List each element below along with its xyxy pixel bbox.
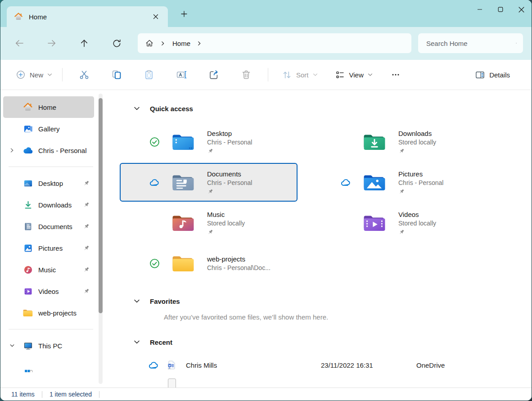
sidebar-item-web-projects[interactable]: web-projects [3, 302, 94, 324]
sort-icon [282, 70, 292, 80]
sidebar-item-onedrive-chris-personal[interactable]: Chris - Personal [3, 140, 94, 161]
close-icon [153, 14, 158, 19]
sort-button[interactable]: Sort [277, 66, 322, 84]
file-explorer-window: Home Home New [0, 0, 532, 401]
items-view: Quick access Desktop Chris - Personal [105, 90, 532, 387]
forward-button[interactable] [44, 35, 60, 51]
sidebar-scrollbar-thumb[interactable] [99, 98, 103, 313]
tile-desktop[interactable]: Desktop Chris - Personal [120, 122, 298, 161]
chevron-down-icon[interactable] [9, 343, 23, 348]
details-button[interactable]: Details [470, 66, 514, 84]
chevron-down-icon[interactable] [134, 298, 140, 304]
word-doc-icon [167, 360, 176, 369]
toolbar-divider [268, 68, 268, 81]
sidebar-item-downloads[interactable]: Downloads [3, 194, 94, 216]
recent-file-date: 23/11/2022 16:31 [321, 361, 416, 369]
home-icon [14, 12, 23, 21]
onedrive-icon [23, 145, 33, 155]
sidebar-item-gallery[interactable]: Gallery [3, 118, 94, 140]
section-title: Recent [150, 338, 172, 346]
section-title: Favorites [150, 297, 180, 305]
rename-button[interactable] [171, 66, 192, 84]
pin-icon [83, 223, 90, 230]
pin-icon [207, 229, 245, 235]
statusbar-divider [42, 391, 42, 398]
cloud-status-icon [340, 177, 351, 188]
item-name: Documents [207, 170, 252, 179]
new-tab-button[interactable] [175, 7, 193, 21]
view-button[interactable]: View [330, 66, 377, 84]
share-button[interactable] [203, 66, 224, 84]
delete-icon [241, 69, 252, 80]
cut-button[interactable] [74, 66, 95, 84]
chevron-down-icon[interactable] [134, 106, 140, 111]
tile-documents[interactable]: Documents Chris - Personal [120, 163, 298, 202]
plus-icon [181, 11, 187, 17]
paste-button[interactable] [139, 66, 159, 84]
chevron-right-icon[interactable] [9, 148, 23, 153]
new-button[interactable]: New [11, 66, 57, 84]
copy-button[interactable] [106, 66, 127, 84]
sidebar-item-label: Home [38, 104, 56, 111]
tab-close-button[interactable] [148, 10, 163, 23]
sidebar-item-label: Chris - Personal [38, 147, 87, 154]
breadcrumb-item-home[interactable]: Home [172, 40, 190, 47]
sidebar-item-pictures[interactable]: Pictures [3, 237, 94, 259]
breadcrumb-home-icon[interactable] [145, 39, 154, 48]
sidebar-item-videos[interactable]: Videos [3, 280, 94, 302]
command-toolbar: New Sort View Details [0, 60, 532, 90]
breadcrumb: Home [138, 33, 411, 53]
gallery-icon [23, 124, 33, 134]
details-icon [475, 70, 485, 80]
see-more-button[interactable] [386, 66, 405, 84]
web-projects-folder-icon [172, 254, 194, 272]
tile-music[interactable]: Music Stored locally [120, 203, 298, 242]
sort-button-label: Sort [296, 71, 309, 79]
tile-web-projects[interactable]: web-projects Chris - Personal\Doc... [120, 244, 298, 283]
sidebar-item-this-pc[interactable]: This PC [3, 335, 94, 356]
sidebar-item-label: This PC [38, 342, 62, 350]
maximize-icon [498, 7, 503, 12]
search-input[interactable] [426, 40, 516, 47]
minimize-button[interactable] [469, 0, 490, 19]
recent-file-row[interactable]: Chris Mills 23/11/2022 16:31 OneDrive [120, 357, 532, 373]
tile-downloads[interactable]: Downloads Stored locally [311, 122, 489, 161]
item-name: Music [207, 210, 245, 219]
pin-icon [83, 202, 90, 208]
sidebar-item-documents[interactable]: Documents [3, 216, 94, 237]
item-name: Pictures [398, 170, 443, 179]
sidebar-divider [9, 329, 93, 329]
titlebar: Home [0, 0, 532, 27]
folder-icon [23, 308, 33, 318]
sidebar-item-label: web-projects [38, 309, 77, 317]
delete-button[interactable] [236, 66, 257, 84]
up-button[interactable] [76, 35, 92, 51]
sidebar-item-label: Music [38, 266, 56, 274]
desktop-folder-icon [172, 133, 194, 151]
paste-icon [144, 69, 154, 80]
chevron-down-icon[interactable] [134, 339, 140, 345]
view-icon [335, 70, 345, 80]
sidebar-item-label: Videos [38, 288, 59, 295]
search-icon[interactable] [516, 39, 517, 47]
sidebar-item-local-disk-partial[interactable] [3, 356, 94, 378]
desktop-icon [23, 178, 33, 188]
item-subtitle: Stored locally [398, 219, 436, 228]
explorer-tab-home[interactable]: Home [7, 6, 168, 27]
sidebar-item-music[interactable]: Music [3, 259, 94, 280]
home-icon [23, 102, 33, 112]
sidebar-item-desktop[interactable]: Desktop [3, 172, 94, 194]
maximize-button[interactable] [490, 0, 511, 19]
tile-pictures[interactable]: Pictures Chris - Personal [311, 163, 489, 202]
refresh-button[interactable] [108, 35, 125, 51]
navigation-pane: Home Gallery Chris - Personal Desktop [0, 90, 105, 387]
tile-videos[interactable]: Videos Stored locally [311, 203, 489, 242]
item-subtitle: Chris - Personal [207, 138, 252, 147]
quick-access-grid: Desktop Chris - Personal Downloads Store… [120, 122, 532, 284]
music-icon [23, 265, 33, 275]
close-button[interactable] [511, 0, 532, 19]
back-button[interactable] [11, 35, 27, 51]
sidebar-item-home[interactable]: Home [3, 96, 94, 118]
sidebar-divider [9, 167, 93, 167]
pin-icon [398, 189, 443, 195]
